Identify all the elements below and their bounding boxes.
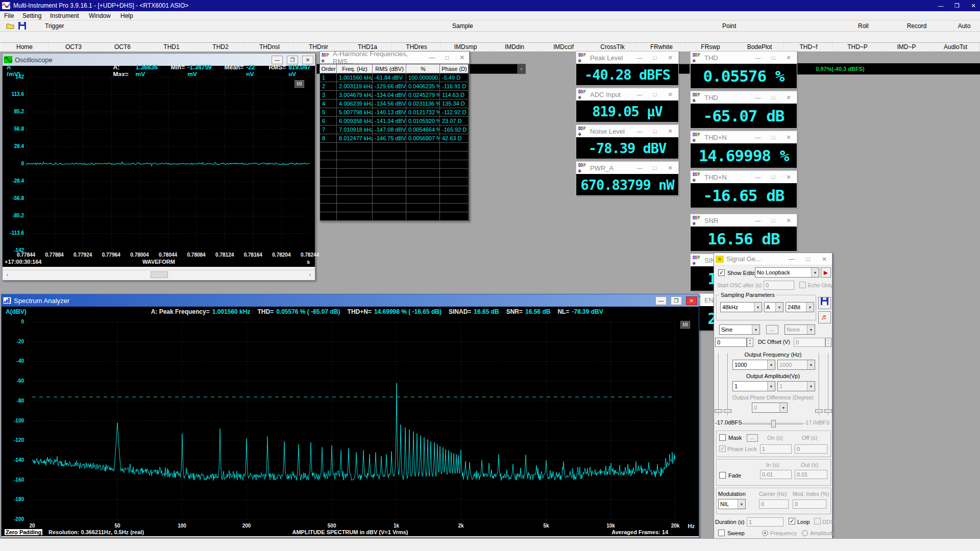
minimize-icon[interactable]: — (752, 174, 764, 180)
open-file-icon[interactable] (6, 22, 14, 31)
tab-home[interactable]: Home (0, 43, 49, 52)
maximize-icon[interactable]: □ (649, 91, 661, 97)
level-slider-track[interactable] (828, 353, 829, 415)
close-icon[interactable]: ✕ (302, 56, 313, 64)
show-editor-checkbox[interactable] (718, 269, 725, 276)
waveform-select[interactable]: Sine▼ (719, 324, 760, 335)
meter-title-bar[interactable]: DDP⊕THD+N—□✕ (691, 171, 797, 183)
spin-arrows-icon[interactable]: ▲▼ (747, 338, 753, 347)
meter-title-bar[interactable]: DDP⊕THD—□✕ (691, 52, 797, 64)
save-icon[interactable] (18, 22, 26, 31)
gen-rate-select[interactable]: 48kHz▼ (720, 302, 762, 312)
meter-title-bar[interactable]: DDP⊕Noise Level—□✕ (576, 125, 678, 137)
level-slider-track[interactable] (819, 353, 820, 415)
scroll-left-icon[interactable]: ‹ (4, 271, 11, 278)
balance-slider-thumb[interactable] (771, 420, 776, 428)
close-icon[interactable]: ✕ (686, 296, 697, 305)
level-slider-handle[interactable] (815, 409, 823, 413)
harmonics-column-header[interactable]: Order (320, 64, 337, 73)
loop-checkbox[interactable] (789, 518, 795, 524)
generator-run-button[interactable]: ▶ (821, 267, 831, 278)
tab-imdp[interactable]: IMD~P (882, 43, 931, 52)
close-icon[interactable]: ✕ (782, 174, 795, 181)
restore-icon[interactable]: ❒ (671, 296, 682, 305)
harmonics-row[interactable] (320, 160, 469, 169)
minimize-icon[interactable]: — (655, 296, 667, 305)
tab-oct3[interactable]: OCT3 (49, 43, 98, 52)
tab-thd1[interactable]: THD1 (147, 43, 196, 52)
level-slider-handle[interactable] (715, 409, 722, 413)
tab-audiotst[interactable]: AudioTst (931, 43, 980, 52)
maximize-icon[interactable]: □ (649, 128, 661, 134)
save-signal-icon[interactable] (818, 297, 831, 309)
meter-title-bar[interactable]: DDP⊕SNR—□✕ (691, 214, 797, 227)
dc-offset-a-field[interactable]: 0 (715, 338, 747, 347)
fade-checkbox[interactable] (719, 472, 726, 479)
maximize-icon[interactable]: □ (767, 174, 779, 180)
signal-generator-title-bar[interactable]: ≈ Signal Ge... — □ ✕ (714, 253, 832, 265)
minimize-icon[interactable]: — (633, 128, 646, 134)
close-icon[interactable]: ✕ (457, 53, 468, 62)
harmonics-row[interactable] (320, 169, 469, 178)
meter-title-bar[interactable]: DDP⊕Peak Level—□✕ (576, 52, 678, 64)
maximize-icon[interactable]: □ (767, 94, 779, 101)
tab-bodeplot[interactable]: BodePlot (735, 43, 784, 52)
tab-oct6[interactable]: OCT6 (98, 43, 147, 52)
amplitude-a-select[interactable]: 1▼ (732, 381, 775, 391)
meter-title-bar[interactable]: DDP⊕THD+N—□✕ (691, 131, 797, 143)
minimize-icon[interactable]: — (633, 91, 646, 97)
menu-item-setting[interactable]: Setting (22, 11, 41, 20)
tab-crosstlk[interactable]: CrossTlk (588, 43, 637, 52)
minimize-icon[interactable]: — (427, 53, 437, 62)
close-icon[interactable]: ✕ (782, 55, 795, 61)
harmonics-column-header[interactable]: RMS (dBV) (373, 64, 406, 73)
tab-thdp[interactable]: THD~P (833, 43, 882, 52)
tab-thd2[interactable]: THD2 (196, 43, 245, 52)
tab-thdnsl[interactable]: THDnsl (245, 43, 294, 52)
minimize-icon[interactable]: — (272, 56, 283, 64)
meter-title-bar[interactable]: DDP⊕THD—□✕ (691, 91, 797, 104)
close-icon[interactable]: ✕ (664, 128, 676, 135)
sweep-checkbox[interactable] (718, 530, 725, 536)
meter-title-bar[interactable]: DDP⊕ADC Input—□✕ (576, 88, 678, 101)
close-icon[interactable]: ✕ (664, 165, 676, 171)
maximize-icon[interactable]: ❒ (949, 0, 965, 11)
close-icon[interactable]: ✕ (966, 0, 980, 11)
level-slider-handle[interactable] (824, 409, 832, 413)
harmonics-row[interactable]: 66.009358 kHz-141.34 dBV0.0105920 %23.07… (320, 117, 469, 126)
close-icon[interactable]: ✕ (818, 255, 830, 263)
harmonics-column-header[interactable]: Freq. (Hz) (337, 64, 373, 73)
loopback-select[interactable]: No Loopback▼ (755, 267, 819, 278)
close-icon[interactable]: ✕ (664, 91, 676, 98)
close-icon[interactable]: ✕ (782, 217, 795, 224)
harmonics-column-header[interactable]: Phase (D) (440, 64, 469, 73)
level-slider-track[interactable] (727, 353, 728, 415)
maximize-icon[interactable]: □ (649, 55, 661, 61)
restore-icon[interactable]: ❒ (287, 56, 298, 64)
harmonics-row[interactable] (320, 178, 469, 186)
meter-title-bar[interactable]: DDP⊕PWR_A—□✕ (576, 162, 678, 174)
close-icon[interactable]: ✕ (664, 55, 676, 61)
minimize-icon[interactable]: — (752, 94, 764, 101)
tab-imddin[interactable]: IMDdin (490, 43, 539, 52)
harmonics-row[interactable] (320, 204, 469, 212)
menu-item-instrument[interactable]: Instrument (50, 11, 79, 20)
auto-button[interactable]: Auto (949, 21, 979, 31)
harmonics-row[interactable]: 44.006239 kHz-134.56 dBV0.0231136 %135.3… (320, 99, 469, 108)
maximize-icon[interactable]: □ (649, 165, 661, 171)
maximize-icon[interactable]: □ (767, 55, 779, 61)
menu-item-file[interactable]: File (4, 11, 14, 20)
tab-imdccif[interactable]: IMDccif (539, 43, 588, 52)
harmonics-row[interactable] (320, 143, 469, 152)
maximize-icon[interactable]: □ (767, 134, 779, 140)
minimize-icon[interactable]: — (752, 217, 764, 223)
harmonics-row[interactable] (320, 186, 469, 195)
level-slider-handle[interactable] (724, 409, 731, 413)
harmonics-row[interactable]: 88.012477 kHz-146.75 dBV0.0056807 %42.63… (320, 134, 469, 143)
close-icon[interactable]: ✕ (782, 134, 795, 141)
tab-thdf[interactable]: THD~f (784, 43, 833, 52)
harmonics-row[interactable] (320, 152, 469, 160)
modulation-select[interactable]: NIL▼ (718, 499, 746, 509)
horizontal-scrollbar[interactable]: ‹ › (3, 270, 315, 279)
minimize-icon[interactable]: — (752, 134, 764, 140)
